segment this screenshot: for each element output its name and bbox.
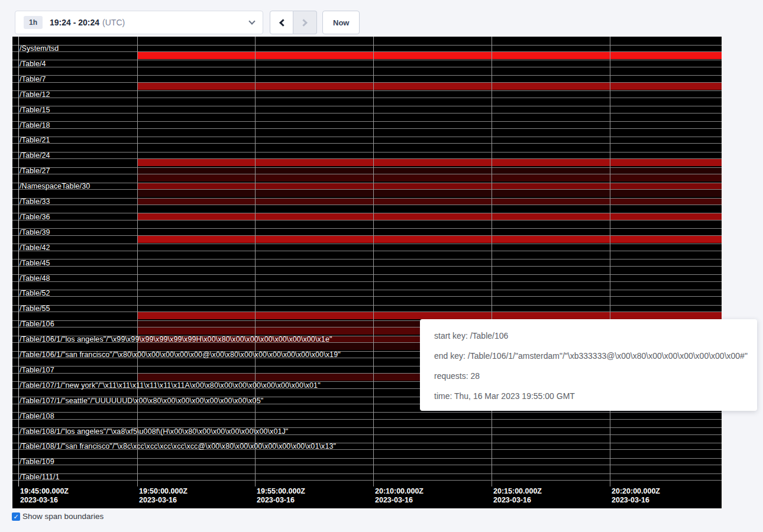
x-axis-time-label: 19:50:00.000Z — [139, 487, 187, 496]
span-boundary-line — [12, 290, 722, 290]
tooltip-start-key: start key: /Table/106 — [434, 326, 743, 346]
x-axis-time-label: 20:10:00.000Z — [375, 487, 423, 496]
span-key-label: /Table/45 — [20, 259, 50, 267]
range-timezone: (UTC) — [102, 18, 125, 27]
show-span-boundaries-label: Show span boundaries — [22, 512, 104, 521]
x-axis-time-label: 19:55:00.000Z — [257, 487, 305, 496]
span-key-label: /Table/108 — [20, 413, 54, 420]
x-axis-time-label: 20:15:00.000Z — [493, 487, 542, 496]
span-key-label: /Table/42 — [20, 244, 50, 252]
heat-band[interactable] — [137, 183, 722, 190]
span-boundary-line — [12, 121, 722, 122]
span-key-label: /Table/4 — [20, 60, 46, 68]
span-boundary-line — [12, 412, 722, 413]
span-boundary-line — [12, 189, 722, 190]
span-boundary-line — [12, 167, 722, 168]
span-boundary-line — [12, 274, 722, 275]
heat-band[interactable] — [137, 236, 722, 243]
heat-band[interactable] — [137, 312, 722, 319]
span-key-label: /Table/36 — [20, 213, 50, 221]
time-gridline — [610, 37, 610, 486]
span-key-label: /Table/18 — [20, 122, 50, 129]
span-boundary-line — [12, 266, 722, 267]
span-boundary-line — [12, 296, 722, 297]
span-boundary-line — [12, 465, 722, 465]
show-span-boundaries-checkbox[interactable]: ✓ — [12, 512, 20, 521]
time-gridline — [492, 37, 492, 486]
chevron-right-icon — [300, 19, 308, 27]
span-key-label: /Table/107 — [20, 366, 54, 374]
heat-band[interactable] — [137, 83, 722, 90]
span-key-label: /Table/39 — [20, 229, 50, 236]
span-key-label: /Table/106/1/"san francisco"/"\x80\x00\x… — [20, 351, 341, 359]
x-axis-date-label: 2023-03-16 — [493, 496, 531, 505]
span-boundary-line — [12, 220, 722, 220]
time-gridline — [18, 37, 19, 486]
span-key-label: /Table/109 — [20, 458, 54, 466]
span-boundary-line — [12, 106, 722, 106]
x-axis-date-label: 2023-03-16 — [375, 496, 413, 505]
heat-band[interactable] — [137, 159, 722, 166]
span-key-label: /Table/12 — [20, 91, 50, 99]
span-key-label: /Table/33 — [20, 198, 50, 206]
span-boundary-line — [12, 90, 722, 91]
span-key-label: /Table/7 — [20, 76, 46, 83]
span-boundary-line — [12, 183, 722, 183]
span-key-label: /Table/55 — [20, 305, 50, 313]
tooltip-end-key: end key: /Table/106/1/"amsterdam"/"\xb33… — [434, 346, 743, 366]
span-key-label: /Table/48 — [20, 275, 50, 283]
prev-interval-button[interactable] — [270, 11, 293, 34]
next-interval-button-disabled[interactable] — [293, 11, 317, 34]
time-gridline — [137, 37, 138, 486]
span-boundary-line — [12, 45, 722, 46]
heatmap-canvas[interactable]: /System/tsd/Table/4/Table/7/Table/12/Tab… — [12, 37, 722, 508]
footer: ✓ Show span boundaries — [12, 512, 104, 521]
span-boundary-line — [12, 152, 722, 153]
x-axis-time-label: 19:45:00.000Z — [20, 487, 69, 496]
x-axis-date-label: 2023-03-16 — [20, 496, 58, 505]
span-boundary-line — [12, 82, 722, 83]
span-boundary-line — [12, 143, 722, 144]
heat-band[interactable] — [137, 52, 722, 59]
range-duration-badge: 1h — [24, 16, 43, 29]
range-text: 19:24 - 20:24 — [50, 18, 99, 27]
span-boundary-line — [12, 213, 722, 213]
span-key-label: /Table/107/1/"new york"/"\x11\x11\x11\x1… — [20, 382, 321, 390]
span-boundary-line — [12, 51, 722, 52]
span-key-label: /Table/21 — [20, 137, 50, 144]
span-boundary-line — [12, 235, 722, 236]
span-boundary-line — [12, 305, 722, 306]
span-key-label: /Table/108/1/"los angeles"/"\xa8\xf5\u00… — [20, 428, 288, 436]
span-boundary-line — [12, 75, 722, 76]
heat-band[interactable] — [137, 213, 722, 220]
x-axis-date-label: 2023-03-16 — [139, 496, 177, 505]
tooltip-time: time: Thu, 16 Mar 2023 19:55:00 GMT — [434, 386, 743, 406]
heat-band[interactable] — [137, 168, 722, 174]
heatmap-tooltip: start key: /Table/106 end key: /Table/10… — [420, 319, 757, 411]
time-range-selector[interactable]: 1h 19:24 - 20:24 (UTC) — [15, 11, 263, 34]
heat-band[interactable] — [137, 199, 722, 205]
x-axis-time-label: 20:20:00.000Z — [612, 487, 660, 496]
time-gridline — [255, 37, 256, 486]
x-axis-date-label: 2023-03-16 — [257, 496, 295, 505]
now-button[interactable]: Now — [322, 11, 360, 34]
span-key-label: /Table/24 — [20, 152, 50, 160]
span-boundary-line — [12, 458, 722, 459]
span-boundary-line — [12, 158, 722, 159]
chevron-left-icon — [279, 19, 287, 27]
span-boundary-line — [12, 60, 722, 60]
time-nav-group — [270, 11, 317, 34]
span-boundary-line — [12, 228, 722, 229]
span-boundary-line — [12, 137, 722, 137]
span-key-label: /Table/111/1 — [20, 473, 59, 481]
span-boundary-line — [12, 174, 722, 174]
x-axis-date-label: 2023-03-16 — [612, 496, 649, 505]
span-boundary-line — [12, 244, 722, 244]
heat-band[interactable] — [137, 190, 722, 197]
span-boundary-line — [12, 128, 722, 129]
tooltip-requests: requests: 28 — [434, 366, 743, 386]
span-boundary-line — [12, 251, 722, 251]
time-gridline — [373, 37, 374, 486]
toolbar: 1h 19:24 - 20:24 (UTC) Now — [0, 0, 763, 37]
heat-band[interactable] — [137, 174, 722, 181]
